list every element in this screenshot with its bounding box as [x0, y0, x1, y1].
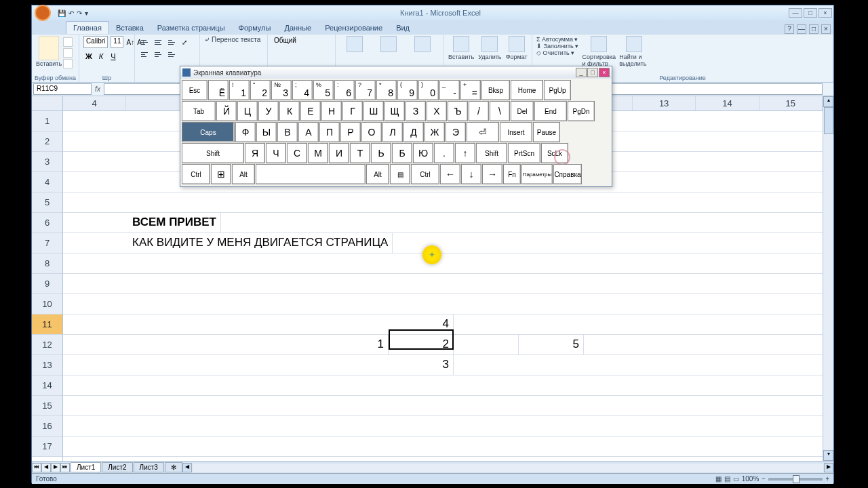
find-select-button[interactable]: Найти и выделить: [619, 36, 649, 67]
font-size-select[interactable]: 11: [111, 36, 123, 48]
tab-formulas[interactable]: Формулы: [232, 22, 278, 34]
key[interactable]: PgDn: [568, 101, 595, 121]
sheet-nav-last-icon[interactable]: ⏭: [60, 463, 70, 472]
underline-button[interactable]: Ч: [108, 50, 119, 61]
number-format-select[interactable]: Общий: [272, 36, 326, 45]
key[interactable]: С: [287, 143, 307, 163]
key[interactable]: Ж: [425, 122, 445, 142]
key[interactable]: /: [469, 101, 489, 121]
key[interactable]: PgUp: [544, 80, 571, 100]
key[interactable]: Fn: [503, 164, 521, 184]
align-bottom-icon[interactable]: [166, 36, 178, 48]
minimize-button[interactable]: —: [789, 8, 802, 18]
key[interactable]: [256, 164, 366, 184]
key[interactable]: →: [482, 164, 502, 184]
row-header[interactable]: 3: [32, 152, 62, 172]
osk-titlebar[interactable]: Экранная клавиатура _ □ ×: [180, 66, 612, 79]
key[interactable]: End: [534, 101, 567, 121]
tab-view[interactable]: Вид: [389, 22, 416, 34]
key[interactable]: Insert: [500, 122, 532, 142]
align-middle-icon[interactable]: [153, 36, 165, 48]
sort-filter-button[interactable]: Сортировка и фильтр: [584, 36, 614, 67]
key[interactable]: Esc: [182, 80, 208, 100]
key[interactable]: 0): [418, 80, 439, 100]
row-header[interactable]: 7: [32, 233, 62, 253]
sheet-tab[interactable]: Лист1: [71, 462, 101, 472]
key[interactable]: 5%: [313, 80, 334, 100]
zoom-level[interactable]: 100%: [742, 475, 760, 483]
key[interactable]: И: [329, 143, 349, 163]
view-layout-icon[interactable]: ▤: [724, 475, 730, 483]
hscroll-left-icon[interactable]: ◀: [182, 463, 192, 472]
key[interactable]: Caps: [182, 122, 235, 142]
insert-cells-button[interactable]: Вставить: [448, 36, 474, 60]
zoom-in-icon[interactable]: +: [825, 475, 829, 483]
key[interactable]: ⏎: [467, 122, 499, 142]
key[interactable]: Home: [511, 80, 543, 100]
cell[interactable]: КАК ВИДИТЕ У МЕНЯ ДВИГАЕТСЯ СТРАНИЦА: [128, 233, 393, 253]
row-header[interactable]: 12: [32, 335, 62, 355]
key[interactable]: .: [434, 143, 454, 163]
scroll-thumb[interactable]: [824, 107, 833, 134]
key[interactable]: Ctrl: [411, 164, 439, 184]
ribbon-restore-button[interactable]: □: [809, 24, 818, 34]
redo-icon[interactable]: ↷: [77, 9, 82, 17]
key[interactable]: Ctrl: [182, 164, 210, 184]
select-all-corner[interactable]: [32, 96, 62, 111]
row-header[interactable]: 1: [32, 111, 62, 131]
quick-access-toolbar[interactable]: 💾 ↶ ↷ ▾: [54, 9, 92, 17]
row-header[interactable]: 9: [32, 274, 62, 294]
sheet-nav-first-icon[interactable]: ⏮: [32, 463, 41, 472]
key[interactable]: Й: [216, 101, 237, 121]
scroll-down-icon[interactable]: ▾: [823, 450, 833, 461]
col-header[interactable]: 4: [63, 96, 126, 110]
key[interactable]: Ы: [256, 122, 277, 142]
key[interactable]: К: [279, 101, 300, 121]
align-right-icon[interactable]: [166, 48, 178, 60]
view-normal-icon[interactable]: ▦: [715, 475, 722, 483]
row-header[interactable]: 5: [32, 192, 62, 213]
key[interactable]: PrtScn: [508, 143, 540, 163]
row-header[interactable]: 11: [32, 314, 62, 335]
cell[interactable]: ВСЕМ ПРИВЕТ: [128, 213, 221, 232]
cell-styles-button[interactable]: [408, 36, 437, 54]
col-header[interactable]: 14: [696, 96, 759, 110]
orientation-icon[interactable]: ⤢: [180, 36, 192, 48]
key[interactable]: Alt: [232, 164, 255, 184]
key[interactable]: Pause: [533, 122, 560, 142]
onscreen-keyboard[interactable]: Экранная клавиатура _ □ × EscЁ1!2"3№4;5%…: [180, 66, 612, 187]
cut-icon[interactable]: [63, 37, 73, 47]
font-name-select[interactable]: Calibri: [83, 36, 108, 48]
paste-icon[interactable]: [39, 36, 59, 60]
tab-home[interactable]: Главная: [66, 21, 109, 34]
key[interactable]: О: [361, 122, 382, 142]
cell[interactable]: 5: [519, 335, 584, 354]
row-header[interactable]: 10: [32, 294, 62, 314]
row-header[interactable]: 4: [32, 172, 62, 192]
sheet-tab[interactable]: Лист2: [102, 462, 132, 472]
sheet-nav-next-icon[interactable]: ▶: [51, 463, 60, 472]
osk-minimize-button[interactable]: _: [576, 68, 587, 77]
italic-button[interactable]: К: [96, 50, 106, 61]
row-header[interactable]: 15: [32, 396, 62, 416]
format-cells-button[interactable]: Формат: [506, 36, 528, 60]
row-header[interactable]: 17: [32, 436, 62, 457]
zoom-out-icon[interactable]: −: [762, 475, 766, 483]
scroll-up-icon[interactable]: ▴: [823, 96, 833, 107]
key[interactable]: Del: [511, 101, 534, 121]
tab-data[interactable]: Данные: [277, 22, 318, 34]
key[interactable]: Ф: [235, 122, 256, 142]
key[interactable]: Shift: [182, 143, 244, 163]
key[interactable]: Н: [321, 101, 342, 121]
key[interactable]: Shift: [476, 143, 507, 163]
key[interactable]: М: [308, 143, 328, 163]
key[interactable]: Д: [403, 122, 424, 142]
key[interactable]: Щ: [384, 101, 405, 121]
key[interactable]: \: [490, 101, 510, 121]
row-header[interactable]: 13: [32, 355, 62, 375]
key[interactable]: Г: [342, 101, 363, 121]
key[interactable]: Ь: [371, 143, 391, 163]
ribbon-close-button[interactable]: ×: [821, 24, 831, 34]
wrap-text-icon[interactable]: ⤶: [204, 36, 210, 43]
ribbon-minimize-button[interactable]: —: [797, 24, 806, 34]
